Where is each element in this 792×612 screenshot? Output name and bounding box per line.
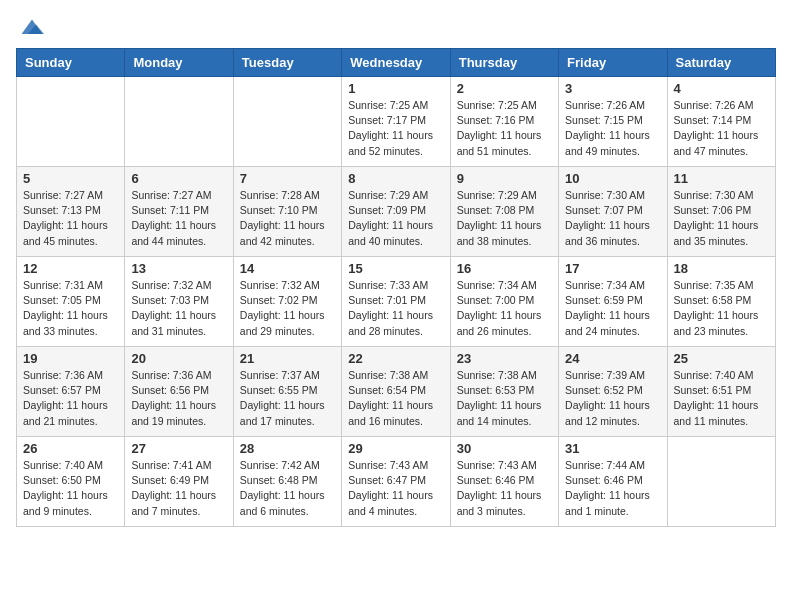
- calendar-cell: 4Sunrise: 7:26 AM Sunset: 7:14 PM Daylig…: [667, 77, 775, 167]
- day-info: Sunrise: 7:31 AM Sunset: 7:05 PM Dayligh…: [23, 278, 118, 339]
- day-number: 1: [348, 81, 443, 96]
- calendar-cell: 13Sunrise: 7:32 AM Sunset: 7:03 PM Dayli…: [125, 257, 233, 347]
- day-info: Sunrise: 7:40 AM Sunset: 6:51 PM Dayligh…: [674, 368, 769, 429]
- day-number: 18: [674, 261, 769, 276]
- day-info: Sunrise: 7:30 AM Sunset: 7:06 PM Dayligh…: [674, 188, 769, 249]
- day-number: 21: [240, 351, 335, 366]
- day-number: 20: [131, 351, 226, 366]
- calendar-cell: 30Sunrise: 7:43 AM Sunset: 6:46 PM Dayli…: [450, 437, 558, 527]
- calendar-cell: 5Sunrise: 7:27 AM Sunset: 7:13 PM Daylig…: [17, 167, 125, 257]
- weekday-header-monday: Monday: [125, 49, 233, 77]
- logo-icon: [20, 16, 44, 36]
- calendar-cell: 12Sunrise: 7:31 AM Sunset: 7:05 PM Dayli…: [17, 257, 125, 347]
- day-number: 29: [348, 441, 443, 456]
- day-info: Sunrise: 7:38 AM Sunset: 6:53 PM Dayligh…: [457, 368, 552, 429]
- calendar-cell: 2Sunrise: 7:25 AM Sunset: 7:16 PM Daylig…: [450, 77, 558, 167]
- day-number: 24: [565, 351, 660, 366]
- calendar-cell: 9Sunrise: 7:29 AM Sunset: 7:08 PM Daylig…: [450, 167, 558, 257]
- day-number: 7: [240, 171, 335, 186]
- day-info: Sunrise: 7:29 AM Sunset: 7:08 PM Dayligh…: [457, 188, 552, 249]
- day-info: Sunrise: 7:38 AM Sunset: 6:54 PM Dayligh…: [348, 368, 443, 429]
- day-info: Sunrise: 7:37 AM Sunset: 6:55 PM Dayligh…: [240, 368, 335, 429]
- day-number: 30: [457, 441, 552, 456]
- calendar-cell: 29Sunrise: 7:43 AM Sunset: 6:47 PM Dayli…: [342, 437, 450, 527]
- day-number: 6: [131, 171, 226, 186]
- day-number: 25: [674, 351, 769, 366]
- day-info: Sunrise: 7:36 AM Sunset: 6:57 PM Dayligh…: [23, 368, 118, 429]
- calendar-cell: [233, 77, 341, 167]
- day-number: 28: [240, 441, 335, 456]
- day-number: 8: [348, 171, 443, 186]
- weekday-header-sunday: Sunday: [17, 49, 125, 77]
- day-number: 27: [131, 441, 226, 456]
- day-info: Sunrise: 7:27 AM Sunset: 7:11 PM Dayligh…: [131, 188, 226, 249]
- day-number: 22: [348, 351, 443, 366]
- day-number: 3: [565, 81, 660, 96]
- calendar-cell: 19Sunrise: 7:36 AM Sunset: 6:57 PM Dayli…: [17, 347, 125, 437]
- calendar-cell: 10Sunrise: 7:30 AM Sunset: 7:07 PM Dayli…: [559, 167, 667, 257]
- weekday-header-wednesday: Wednesday: [342, 49, 450, 77]
- page-header: [16, 16, 776, 36]
- day-number: 17: [565, 261, 660, 276]
- calendar-cell: 17Sunrise: 7:34 AM Sunset: 6:59 PM Dayli…: [559, 257, 667, 347]
- calendar-cell: 14Sunrise: 7:32 AM Sunset: 7:02 PM Dayli…: [233, 257, 341, 347]
- weekday-header-friday: Friday: [559, 49, 667, 77]
- calendar-header-row: SundayMondayTuesdayWednesdayThursdayFrid…: [17, 49, 776, 77]
- logo: [16, 16, 44, 36]
- calendar-cell: 31Sunrise: 7:44 AM Sunset: 6:46 PM Dayli…: [559, 437, 667, 527]
- day-info: Sunrise: 7:25 AM Sunset: 7:16 PM Dayligh…: [457, 98, 552, 159]
- calendar-cell: 21Sunrise: 7:37 AM Sunset: 6:55 PM Dayli…: [233, 347, 341, 437]
- day-number: 15: [348, 261, 443, 276]
- day-info: Sunrise: 7:32 AM Sunset: 7:03 PM Dayligh…: [131, 278, 226, 339]
- day-info: Sunrise: 7:32 AM Sunset: 7:02 PM Dayligh…: [240, 278, 335, 339]
- day-info: Sunrise: 7:44 AM Sunset: 6:46 PM Dayligh…: [565, 458, 660, 519]
- weekday-header-thursday: Thursday: [450, 49, 558, 77]
- calendar-cell: 6Sunrise: 7:27 AM Sunset: 7:11 PM Daylig…: [125, 167, 233, 257]
- calendar-cell: 16Sunrise: 7:34 AM Sunset: 7:00 PM Dayli…: [450, 257, 558, 347]
- day-number: 23: [457, 351, 552, 366]
- day-info: Sunrise: 7:43 AM Sunset: 6:46 PM Dayligh…: [457, 458, 552, 519]
- calendar-cell: 28Sunrise: 7:42 AM Sunset: 6:48 PM Dayli…: [233, 437, 341, 527]
- day-number: 9: [457, 171, 552, 186]
- day-number: 16: [457, 261, 552, 276]
- day-number: 12: [23, 261, 118, 276]
- day-info: Sunrise: 7:40 AM Sunset: 6:50 PM Dayligh…: [23, 458, 118, 519]
- calendar-table: SundayMondayTuesdayWednesdayThursdayFrid…: [16, 48, 776, 527]
- day-info: Sunrise: 7:36 AM Sunset: 6:56 PM Dayligh…: [131, 368, 226, 429]
- calendar-cell: [17, 77, 125, 167]
- day-info: Sunrise: 7:34 AM Sunset: 6:59 PM Dayligh…: [565, 278, 660, 339]
- calendar-cell: 8Sunrise: 7:29 AM Sunset: 7:09 PM Daylig…: [342, 167, 450, 257]
- calendar-cell: 7Sunrise: 7:28 AM Sunset: 7:10 PM Daylig…: [233, 167, 341, 257]
- calendar-cell: 20Sunrise: 7:36 AM Sunset: 6:56 PM Dayli…: [125, 347, 233, 437]
- day-number: 14: [240, 261, 335, 276]
- calendar-week-row: 19Sunrise: 7:36 AM Sunset: 6:57 PM Dayli…: [17, 347, 776, 437]
- day-info: Sunrise: 7:34 AM Sunset: 7:00 PM Dayligh…: [457, 278, 552, 339]
- calendar-cell: [125, 77, 233, 167]
- day-number: 5: [23, 171, 118, 186]
- calendar-cell: 26Sunrise: 7:40 AM Sunset: 6:50 PM Dayli…: [17, 437, 125, 527]
- day-number: 19: [23, 351, 118, 366]
- calendar-cell: 11Sunrise: 7:30 AM Sunset: 7:06 PM Dayli…: [667, 167, 775, 257]
- day-info: Sunrise: 7:41 AM Sunset: 6:49 PM Dayligh…: [131, 458, 226, 519]
- day-info: Sunrise: 7:42 AM Sunset: 6:48 PM Dayligh…: [240, 458, 335, 519]
- weekday-header-tuesday: Tuesday: [233, 49, 341, 77]
- calendar-cell: 3Sunrise: 7:26 AM Sunset: 7:15 PM Daylig…: [559, 77, 667, 167]
- day-info: Sunrise: 7:25 AM Sunset: 7:17 PM Dayligh…: [348, 98, 443, 159]
- day-number: 13: [131, 261, 226, 276]
- calendar-cell: [667, 437, 775, 527]
- calendar-week-row: 5Sunrise: 7:27 AM Sunset: 7:13 PM Daylig…: [17, 167, 776, 257]
- day-info: Sunrise: 7:29 AM Sunset: 7:09 PM Dayligh…: [348, 188, 443, 249]
- day-info: Sunrise: 7:39 AM Sunset: 6:52 PM Dayligh…: [565, 368, 660, 429]
- calendar-cell: 25Sunrise: 7:40 AM Sunset: 6:51 PM Dayli…: [667, 347, 775, 437]
- day-number: 11: [674, 171, 769, 186]
- calendar-cell: 22Sunrise: 7:38 AM Sunset: 6:54 PM Dayli…: [342, 347, 450, 437]
- day-info: Sunrise: 7:30 AM Sunset: 7:07 PM Dayligh…: [565, 188, 660, 249]
- calendar-cell: 23Sunrise: 7:38 AM Sunset: 6:53 PM Dayli…: [450, 347, 558, 437]
- day-number: 26: [23, 441, 118, 456]
- weekday-header-saturday: Saturday: [667, 49, 775, 77]
- day-info: Sunrise: 7:35 AM Sunset: 6:58 PM Dayligh…: [674, 278, 769, 339]
- day-info: Sunrise: 7:27 AM Sunset: 7:13 PM Dayligh…: [23, 188, 118, 249]
- day-number: 31: [565, 441, 660, 456]
- day-info: Sunrise: 7:33 AM Sunset: 7:01 PM Dayligh…: [348, 278, 443, 339]
- calendar-cell: 18Sunrise: 7:35 AM Sunset: 6:58 PM Dayli…: [667, 257, 775, 347]
